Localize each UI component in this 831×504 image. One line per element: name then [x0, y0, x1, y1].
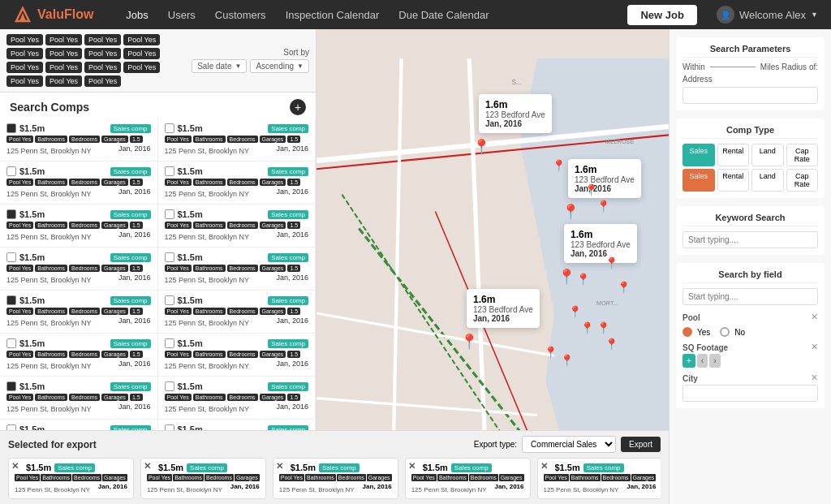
comp-tag: 1.5 — [130, 222, 143, 229]
nav-due-date-calendar[interactable]: Due Date Calendar — [398, 9, 489, 21]
filter-tag[interactable]: Pool Yes — [84, 48, 121, 59]
comp-checkbox[interactable] — [6, 338, 16, 348]
filter-tag[interactable]: Pool Yes — [45, 62, 82, 73]
list-item[interactable]: $1.5mSales compPool YesBathroomsBedrooms… — [158, 291, 316, 334]
export-button[interactable]: Export — [621, 437, 661, 452]
sq-add-button[interactable]: + — [682, 354, 695, 368]
pool-no-radio[interactable] — [720, 327, 730, 337]
comp-price: $1.5m — [178, 166, 203, 176]
bottom-item-remove-button[interactable]: ✕ — [11, 461, 19, 472]
comp-checkbox[interactable] — [165, 209, 174, 219]
comp-type-button[interactable]: Cap Rate — [786, 144, 819, 166]
list-item[interactable]: $1.5mSales compPool YesBathroomsBedrooms… — [0, 248, 157, 291]
list-item[interactable]: ✕$1.5mSales compPool YesBathroomsBedroom… — [537, 458, 661, 499]
comp-tag: Bathrooms — [35, 222, 67, 229]
comp-checkbox[interactable] — [165, 123, 174, 133]
comp-checkbox[interactable] — [6, 252, 16, 262]
sort-field-select[interactable]: Sale date ▼ — [192, 59, 247, 73]
list-item[interactable]: $1.5mSales compPool YesBathroomsBedrooms… — [158, 248, 316, 291]
filter-tag[interactable]: Pool Yes — [123, 34, 160, 45]
export-type-select[interactable]: Commercial Sales — [522, 436, 616, 453]
user-menu[interactable]: 👤 Welcome Alex ▼ — [717, 6, 818, 24]
bottom-item-remove-button[interactable]: ✕ — [276, 461, 283, 472]
filter-tag[interactable]: Pool Yes — [84, 62, 121, 73]
search-by-input[interactable] — [682, 288, 818, 305]
new-job-button[interactable]: New Job — [627, 5, 696, 25]
bottom-item-remove-button[interactable]: ✕ — [540, 461, 548, 472]
city-remove-button[interactable]: ✕ — [811, 373, 818, 383]
comp-checkbox[interactable] — [165, 338, 174, 348]
comp-type-button[interactable]: Rental — [717, 169, 750, 192]
filter-tag[interactable]: Pool Yes — [123, 48, 160, 59]
filter-tag[interactable]: Pool Yes — [6, 48, 43, 59]
list-item[interactable]: ✕$1.5mSales compPool YesBathroomsBedroom… — [140, 458, 266, 499]
address-input[interactable] — [682, 87, 818, 104]
comp-checkbox[interactable] — [6, 295, 16, 305]
comp-type-button[interactable]: Rental — [717, 144, 750, 166]
comp-checkbox[interactable] — [6, 381, 16, 391]
filter-tag[interactable]: Pool Yes — [6, 34, 43, 45]
list-item[interactable]: $1.5mSales compPool YesBathroomsBedrooms… — [0, 334, 157, 377]
filter-tag[interactable]: Pool Yes — [123, 62, 160, 73]
bottom-item-remove-button[interactable]: ✕ — [144, 461, 151, 472]
filter-tag[interactable]: Pool Yes — [45, 48, 82, 59]
sort-direction-select[interactable]: Ascending ▼ — [250, 59, 309, 73]
list-item[interactable]: ✕$1.5mSales compPool YesBathroomsBedroom… — [8, 458, 134, 499]
list-item[interactable]: $1.5mSales compPool YesBathroomsBedrooms… — [0, 118, 157, 162]
comp-type-button[interactable]: Sales — [682, 144, 715, 166]
comp-checkbox[interactable] — [165, 381, 174, 391]
sq-footage-remove-button[interactable]: ✕ — [811, 342, 818, 352]
list-item[interactable]: $1.5mSales compPool YesBathroomsBedrooms… — [0, 291, 157, 334]
bottom-item-tag: Bathrooms — [41, 474, 71, 481]
pool-yes-radio[interactable] — [682, 327, 692, 337]
filter-tag[interactable]: Pool Yes — [45, 75, 82, 87]
comp-checkbox[interactable] — [165, 252, 174, 262]
pool-row: Pool ✕ — [682, 310, 818, 324]
filter-tag[interactable]: Pool Yes — [6, 62, 43, 73]
list-item[interactable]: $1.5mSales compPool YesBathroomsBedrooms… — [0, 377, 157, 420]
search-params-title: Search Parameters — [682, 44, 818, 58]
filter-tag[interactable]: Pool Yes — [6, 75, 43, 87]
comp-checkbox[interactable] — [6, 166, 16, 176]
comp-checkbox[interactable] — [165, 166, 174, 176]
sq-next-button[interactable]: › — [709, 354, 720, 368]
selected-for-export-title: Selected for export — [8, 439, 97, 450]
list-item[interactable]: $1.5mSales compPool YesBathroomsBedrooms… — [158, 162, 316, 205]
comp-address: 125 Penn St, Brooklyn NY — [165, 147, 250, 155]
city-input[interactable] — [682, 385, 818, 402]
comp-type-section: Comp Type SalesRentalLandCap RateSalesRe… — [676, 118, 825, 198]
nav-inspection-calendar[interactable]: Inspection Calendar — [286, 9, 380, 21]
keyword-input[interactable] — [682, 231, 818, 248]
comp-type-button[interactable]: Sales — [682, 169, 715, 192]
pool-remove-button[interactable]: ✕ — [811, 312, 818, 322]
list-item[interactable]: $1.5mSales compPool YesBathroomsBedrooms… — [158, 205, 316, 248]
comp-checkbox[interactable] — [165, 295, 174, 305]
bottom-bar: Selected for export Export type: Commerc… — [0, 430, 669, 504]
comp-type-button[interactable]: Land — [751, 169, 784, 192]
filter-tag[interactable]: Pool Yes — [84, 75, 121, 87]
nav-users[interactable]: Users — [168, 9, 196, 21]
filter-tag[interactable]: Pool Yes — [84, 34, 121, 45]
filter-tag[interactable]: Pool Yes — [45, 34, 82, 45]
bottom-item-address: 125 Penn St, Brooklyn NY — [411, 486, 487, 493]
nav-jobs[interactable]: Jobs — [126, 9, 148, 21]
list-item[interactable]: $1.5mSales compPool YesBathroomsBedrooms… — [158, 118, 316, 162]
list-item[interactable]: $1.5mSales compPool YesBathroomsBedrooms… — [158, 334, 316, 377]
tooltip-price: 1.6m — [571, 229, 631, 240]
list-item[interactable]: $1.5mSales compPool YesBathroomsBedrooms… — [0, 162, 157, 205]
comp-checkbox[interactable] — [6, 123, 16, 133]
list-item[interactable]: $1.5mSales compPool YesBathroomsBedrooms… — [0, 205, 157, 248]
sq-prev-button[interactable]: ‹ — [697, 354, 708, 368]
comp-type-button[interactable]: Cap Rate — [786, 169, 819, 192]
list-item[interactable]: $1.5mSales compPool YesBathroomsBedrooms… — [158, 377, 316, 420]
comp-checkbox[interactable] — [6, 209, 16, 219]
comp-tag: Bedrooms — [227, 394, 258, 401]
comp-date: Jan, 2016 — [276, 187, 308, 196]
list-item[interactable]: ✕$1.5mSales compPool YesBathroomsBedroom… — [405, 458, 531, 499]
add-comp-button[interactable]: + — [290, 99, 306, 115]
comp-tag: Bedrooms — [227, 265, 258, 272]
list-item[interactable]: ✕$1.5mSales compPool YesBathroomsBedroom… — [273, 458, 398, 499]
nav-customers[interactable]: Customers — [215, 9, 266, 21]
bottom-item-remove-button[interactable]: ✕ — [408, 461, 416, 472]
comp-type-button[interactable]: Land — [751, 144, 784, 166]
